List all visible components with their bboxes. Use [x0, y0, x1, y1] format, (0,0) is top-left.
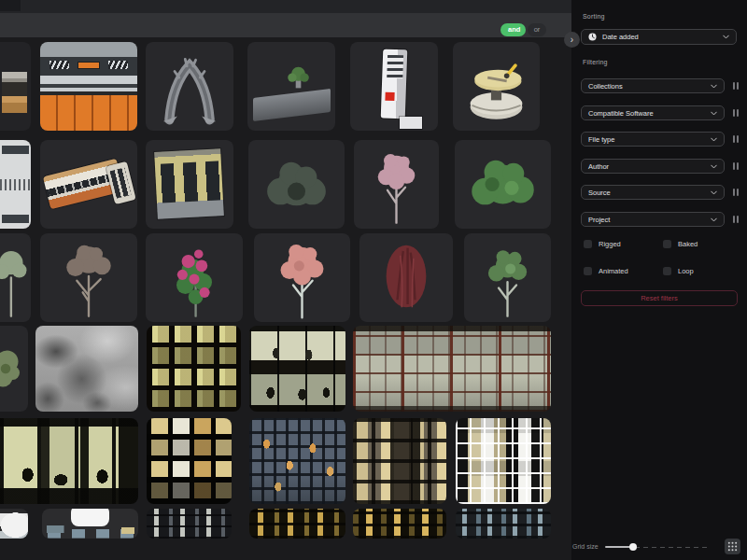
- toggle-baked: Baked: [663, 239, 698, 248]
- asset-thumbnail-facade-brown-mixed[interactable]: [353, 418, 446, 504]
- filter-dropdown-file-type[interactable]: File type: [581, 132, 725, 147]
- asset-thumbnail-facade-night-yellow[interactable]: [147, 326, 241, 412]
- tree-art: [464, 233, 551, 322]
- loop-label: Loop: [678, 267, 694, 275]
- chevron-down-icon: [711, 84, 717, 89]
- animated-checkbox[interactable]: [584, 267, 592, 275]
- filtering-section-label: Filtering: [583, 59, 608, 65]
- grid-size-label: Grid size: [572, 543, 599, 550]
- asset-thumbnail-grunge-texture[interactable]: [35, 326, 138, 412]
- tree-art: [254, 233, 350, 322]
- asset-thumbnail-arch-white-partial[interactable]: [0, 509, 28, 539]
- filter-dropdown-label: Author: [588, 162, 711, 171]
- baked-label: Baked: [678, 240, 698, 248]
- asset-thumbnail-office-interior-night[interactable]: [249, 326, 345, 412]
- asset-thumbnail-facade-amber-windows[interactable]: [147, 418, 232, 504]
- mine-art: [453, 42, 540, 131]
- sidebar-collapse-button[interactable]: ›: [564, 32, 580, 48]
- grid-size-slider[interactable]: [605, 539, 708, 555]
- flower-bush-art: [146, 233, 243, 322]
- asset-thumbnail-train-car[interactable]: [40, 140, 137, 229]
- asset-thumbnail-machine-dark[interactable]: [0, 42, 31, 131]
- toggle-animated: Animated: [584, 266, 628, 275]
- rigged-checkbox[interactable]: [584, 240, 592, 248]
- chevron-down-icon: [711, 164, 717, 169]
- asset-thumbnail-tree-green[interactable]: [464, 233, 551, 322]
- filter-dropdown-label: Compatible Software: [588, 109, 711, 118]
- asset-grid-area: and or: [0, 0, 571, 560]
- bush-art: [455, 140, 551, 229]
- asset-thumbnail-bush-green[interactable]: [455, 140, 551, 229]
- filter-dropdown-label: File type: [588, 135, 711, 144]
- bush-art: [248, 140, 345, 229]
- loop-checkbox[interactable]: [663, 267, 671, 275]
- filter-dropdown-label: Project: [588, 216, 711, 224]
- asset-thumbnail-facade-blue-windows[interactable]: [456, 509, 551, 539]
- drag-handle-icon[interactable]: [731, 212, 740, 227]
- asset-thumbnail-scifi-panel-texture[interactable]: [0, 140, 31, 229]
- filter-dropdown-collections[interactable]: Collections: [581, 78, 725, 93]
- reset-filters-button[interactable]: Reset filters: [581, 290, 738, 306]
- filter-dropdown-source[interactable]: Source: [581, 185, 725, 200]
- asset-thumbnail-scifi-mine[interactable]: [453, 42, 540, 131]
- asset-thumbnail-facade-white-awning[interactable]: [42, 509, 138, 539]
- filter-dropdown-label: Collections: [588, 82, 711, 91]
- top-strip: [0, 0, 571, 13]
- asset-thumbnail-office-interior-wide[interactable]: [0, 418, 138, 504]
- grid-view-button[interactable]: [725, 539, 740, 554]
- corner-chip: [0, 0, 21, 11]
- drag-handle-icon[interactable]: [731, 185, 740, 200]
- filter-dropdown-label: Source: [588, 189, 711, 197]
- asset-thumbnail-industrial-wall-orange[interactable]: [40, 42, 137, 131]
- drag-handle-icon[interactable]: [731, 105, 740, 120]
- toggle-rigged: Rigged: [584, 239, 621, 248]
- asset-thumbnail-stone-arch[interactable]: [146, 42, 233, 131]
- tree-art: [354, 140, 439, 229]
- asset-thumbnail-stone-platform-plant[interactable]: [247, 42, 335, 131]
- asset-thumbnail-foliage-partial[interactable]: [0, 326, 28, 412]
- filter-dropdown-compatible-software[interactable]: Compatible Software: [581, 105, 725, 120]
- asset-thumbnail-tree-dry-brown[interactable]: [40, 233, 137, 322]
- filter-sidebar: Sorting Date added Filtering Collections…: [571, 0, 747, 560]
- toggle-loop: Loop: [663, 266, 694, 275]
- chevron-right-icon: ›: [571, 35, 573, 45]
- asset-thumbnail-tree-pink[interactable]: [354, 140, 439, 229]
- asset-thumbnail-facade-gold-1[interactable]: [249, 509, 345, 539]
- asset-thumbnail-facade-gold-2[interactable]: [353, 509, 446, 539]
- asset-thumbnail-bush-dark-green[interactable]: [248, 140, 345, 229]
- sort-dropdown[interactable]: Date added: [581, 29, 737, 45]
- filter-logic-toolbar: and or: [0, 13, 571, 37]
- plant-art: [247, 42, 335, 131]
- asset-thumbnail-scifi-console[interactable]: [350, 42, 438, 131]
- drag-handle-icon[interactable]: [731, 78, 740, 93]
- chevron-down-icon: [711, 111, 717, 116]
- asset-thumbnail-tree-maroon[interactable]: [359, 233, 453, 322]
- asset-thumbnail-tree-pale-green-partial[interactable]: [0, 233, 31, 322]
- asset-thumbnail-tree-salmon[interactable]: [254, 233, 350, 322]
- or-toggle-button[interactable]: or: [528, 23, 546, 36]
- asset-thumbnail-glass-curtain-wall[interactable]: [353, 326, 551, 412]
- rigged-label: Rigged: [599, 240, 621, 248]
- app-window: and or: [0, 0, 747, 560]
- filter-dropdown-project[interactable]: Project: [581, 212, 725, 227]
- drag-handle-icon[interactable]: [731, 159, 740, 174]
- asset-thumbnail-scifi-storefront[interactable]: [146, 140, 233, 229]
- asset-thumbnail-facade-dark-scattered[interactable]: [147, 509, 232, 539]
- tree-art: [40, 233, 137, 322]
- sorting-section-label: Sorting: [583, 13, 605, 20]
- clock-icon: [588, 33, 597, 41]
- animated-label: Animated: [599, 267, 628, 275]
- sort-dropdown-value: Date added: [602, 33, 723, 41]
- asset-thumbnail-bush-magenta-flowers[interactable]: [146, 233, 243, 322]
- slider-thumb[interactable]: [629, 543, 637, 551]
- chevron-down-icon: [711, 137, 717, 142]
- tree-art: [359, 233, 453, 322]
- filter-dropdown-author[interactable]: Author: [581, 159, 725, 174]
- drag-handle-icon[interactable]: [731, 132, 740, 147]
- asset-thumbnail-facade-blue-grid[interactable]: [249, 418, 345, 504]
- asset-thumbnail-facade-mosaic[interactable]: [456, 418, 551, 504]
- stone-arch-art: [146, 42, 233, 131]
- and-toggle-button[interactable]: and: [500, 23, 526, 36]
- baked-checkbox[interactable]: [663, 240, 671, 248]
- tree-art: [0, 233, 31, 322]
